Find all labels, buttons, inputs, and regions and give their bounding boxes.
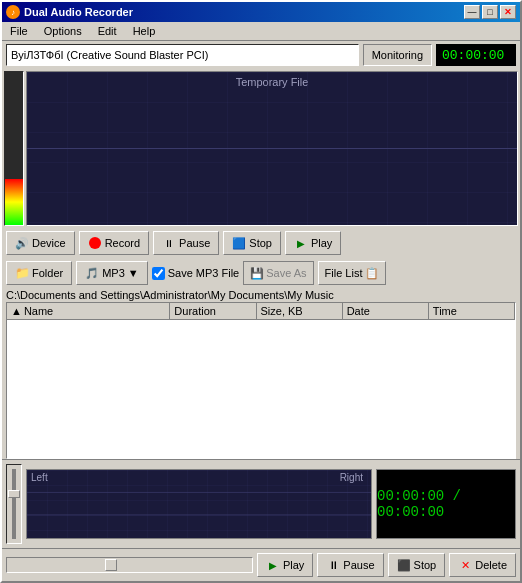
vu-bar xyxy=(5,179,23,225)
device-name-display: ВуіЛ3ТФбІ (Creative Sound Blaster PCI) xyxy=(6,44,359,66)
bottom-pause-icon: ⏸ xyxy=(326,558,340,572)
bottom-delete-icon: ✕ xyxy=(458,558,472,572)
menu-edit[interactable]: Edit xyxy=(94,24,121,38)
mp3-arrow: ▼ xyxy=(128,267,139,279)
record-button[interactable]: Record xyxy=(79,231,149,255)
bottom-delete-button[interactable]: ✕ Delete xyxy=(449,553,516,577)
play-button[interactable]: ▶ Play xyxy=(285,231,341,255)
path-bar: C:\Documents and Settings\Administrator\… xyxy=(2,288,520,302)
main-content: Temporary File xyxy=(2,69,520,228)
menubar: File Options Edit Help xyxy=(2,22,520,41)
right-channel-label: Right xyxy=(336,472,367,483)
file-list-area: ▲ Name Duration Size, KB Date Time xyxy=(6,302,516,459)
window-title: Dual Audio Recorder xyxy=(24,6,133,18)
left-channel-label: Left xyxy=(27,472,52,483)
col-name[interactable]: ▲ Name xyxy=(7,303,170,319)
device-icon: 🔊 xyxy=(15,236,29,250)
save-as-icon: 💾 xyxy=(250,267,264,280)
mp3-icon: 🎵 xyxy=(85,266,99,280)
top-bar: ВуіЛ3ТФбІ (Creative Sound Blaster PCI) M… xyxy=(2,41,520,69)
monitoring-display: Monitoring xyxy=(363,44,432,66)
save-mp3-checkbox-row: Save MP3 File xyxy=(152,267,240,280)
col-size[interactable]: Size, KB xyxy=(257,303,343,319)
col-duration[interactable]: Duration xyxy=(170,303,256,319)
title-bar: ♪ Dual Audio Recorder — □ ✕ xyxy=(2,2,520,22)
mini-timer-display: 00:00:00 / 00:00:00 xyxy=(376,469,516,539)
folder-button[interactable]: 📁 Folder xyxy=(6,261,72,285)
menu-file[interactable]: File xyxy=(6,24,32,38)
app-icon: ♪ xyxy=(6,5,20,19)
record-icon xyxy=(88,236,102,250)
stop-icon: 🟦 xyxy=(232,236,246,250)
slider-track xyxy=(12,469,16,539)
col-date[interactable]: Date xyxy=(343,303,429,319)
file-list-header: ▲ Name Duration Size, KB Date Time xyxy=(7,303,515,320)
filelist-icon: 📋 xyxy=(365,267,379,280)
save-as-button: 💾 Save As xyxy=(243,261,313,285)
mini-waveform: Left Right xyxy=(26,469,372,539)
stop-button[interactable]: 🟦 Stop xyxy=(223,231,281,255)
bottom-play-icon: ▶ xyxy=(266,558,280,572)
playback-thumb[interactable] xyxy=(105,559,117,571)
svg-rect-2 xyxy=(27,470,371,538)
vu-meter xyxy=(4,71,24,226)
volume-slider-left[interactable] xyxy=(6,464,22,544)
bottom-controls: ▶ Play ⏸ Pause ⬛ Stop ✕ Delete xyxy=(2,548,520,581)
controls-row-2: 📁 Folder 🎵 MP3 ▼ Save MP3 File 💾 Save As… xyxy=(2,258,520,288)
mini-waveforms: Left Right 00:00:00 / 00:00:00 xyxy=(2,460,520,548)
menu-help[interactable]: Help xyxy=(129,24,160,38)
menu-options[interactable]: Options xyxy=(40,24,86,38)
save-mp3-checkbox[interactable] xyxy=(152,267,165,280)
bottom-stop-button[interactable]: ⬛ Stop xyxy=(388,553,446,577)
title-buttons: — □ ✕ xyxy=(464,5,516,19)
file-list-button[interactable]: File List 📋 xyxy=(318,261,386,285)
waveform-display: Temporary File xyxy=(26,71,518,226)
mp3-button[interactable]: 🎵 MP3 ▼ xyxy=(76,261,148,285)
main-timer: 00:00:00 xyxy=(436,44,516,66)
sort-icon: ▲ xyxy=(11,305,22,317)
bottom-pause-button[interactable]: ⏸ Pause xyxy=(317,553,383,577)
minimize-button[interactable]: — xyxy=(464,5,480,19)
pause-icon: ⏸ xyxy=(162,236,176,250)
save-mp3-label: Save MP3 File xyxy=(168,267,240,279)
pause-button[interactable]: ⏸ Pause xyxy=(153,231,219,255)
bottom-stop-icon: ⬛ xyxy=(397,558,411,572)
device-button[interactable]: 🔊 Device xyxy=(6,231,75,255)
maximize-button[interactable]: □ xyxy=(482,5,498,19)
title-bar-left: ♪ Dual Audio Recorder xyxy=(6,5,133,19)
main-window: ♪ Dual Audio Recorder — □ ✕ File Options… xyxy=(0,0,522,583)
controls-row-1: 🔊 Device Record ⏸ Pause 🟦 Stop ▶ Play xyxy=(2,228,520,258)
bottom-play-button[interactable]: ▶ Play xyxy=(257,553,313,577)
playback-slider[interactable] xyxy=(6,557,253,573)
mini-waveform-svg xyxy=(27,470,371,538)
slider-thumb[interactable] xyxy=(8,490,20,498)
waveform-svg xyxy=(27,72,517,225)
file-list-body xyxy=(7,320,515,458)
folder-icon: 📁 xyxy=(15,266,29,280)
bottom-section: Left Right 00:00:00 / 00:00:00 xyxy=(2,459,520,581)
play-icon: ▶ xyxy=(294,236,308,250)
waveform-grid xyxy=(27,72,517,225)
close-button[interactable]: ✕ xyxy=(500,5,516,19)
col-time[interactable]: Time xyxy=(429,303,515,319)
